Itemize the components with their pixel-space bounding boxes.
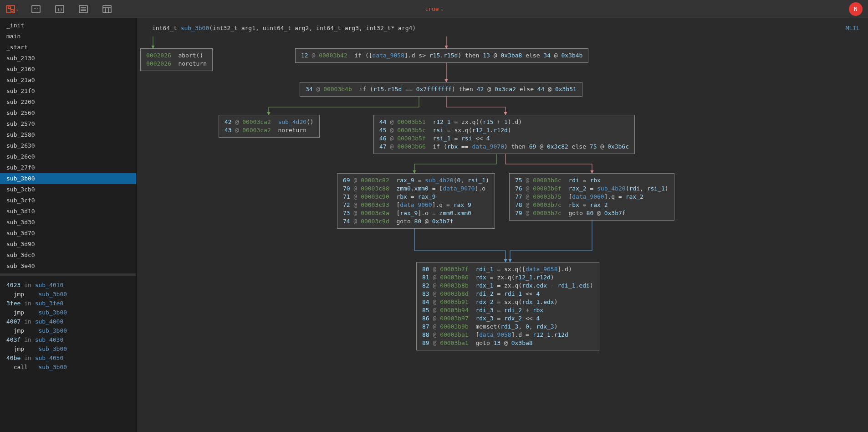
xref-panel[interactable]: 4023 in sub_4010 jmp sub_3b003fee in sub… [0,273,136,432]
function-item[interactable]: main [0,31,136,42]
xref-instruction[interactable]: jmp sub_3b00 [6,290,130,299]
svg-rect-2 [11,10,13,11]
cfg-block-44[interactable]: 44 @ 00003b51 r12_1 = zx.q((r15 + 1).d)4… [373,115,635,154]
function-item[interactable]: sub_3b00 [0,173,136,184]
function-item[interactable]: sub_21a0 [0,75,136,86]
function-item[interactable]: sub_2560 [0,108,136,118]
sidebar: _initmain_startsub_2130sub_2160sub_21a0s… [0,18,137,432]
function-list[interactable]: _initmain_startsub_2130sub_2160sub_21a0s… [0,18,136,273]
xref-instruction[interactable]: call sub_3b00 [6,363,130,372]
function-item[interactable]: _init [0,20,136,31]
function-item[interactable]: sub_21f0 [0,86,136,97]
avatar[interactable]: N [849,2,863,16]
function-item[interactable]: sub_3d70 [0,228,136,239]
cfg-edges [137,18,868,432]
function-item[interactable]: sub_3cb0 [0,184,136,195]
view-list-icon[interactable] [76,3,91,15]
cfg-block-75[interactable]: 75 @ 00003b6c rdi = rbx76 @ 00003b6f rax… [509,173,674,221]
view-linear-icon[interactable]: "" [28,3,44,15]
function-item[interactable]: sub_2580 [0,129,136,140]
svg-rect-11 [103,5,111,13]
xref-entry[interactable]: 403f in sub_4030 [6,335,130,345]
function-item[interactable]: sub_2160 [0,64,136,75]
view-table-icon[interactable] [99,3,115,15]
il-mode-label[interactable]: MLIL [846,25,860,31]
cfg-block-80[interactable]: 80 @ 00003b7f rdi_1 = sx.q([data_9058].d… [416,262,599,350]
function-item[interactable]: sub_2630 [0,140,136,151]
svg-text:"": "" [34,7,39,12]
xref-entry[interactable]: 4007 in sub_4000 [6,317,130,326]
function-signature: int64_t sub_3b00(int32_t arg1, uint64_t … [152,25,416,31]
function-item[interactable]: sub_26e0 [0,151,136,162]
xref-entry[interactable]: 4023 in sub_4010 [6,281,130,290]
view-menu-center[interactable]: true ⌄ [424,5,443,12]
function-item[interactable]: sub_2200 [0,97,136,108]
cfg-block-34[interactable]: 34 @ 00003b4b if (r15.r15d == 0x7fffffff… [300,82,582,97]
cfg-block-69[interactable]: 69 @ 00003c82 rax_9 = sub_4b20(0, rsi_1)… [337,173,495,229]
cfg-block-12[interactable]: 12 @ 00003b42 if ([data_9058].d s> r15.r… [295,48,588,63]
svg-text:{}: {} [57,7,62,12]
top-toolbar: ⌄ "" {} true ⌄ N [0,0,868,18]
function-item[interactable]: _start [0,42,136,53]
graph-view[interactable]: int64_t sub_3b00(int32_t arg1, uint64_t … [137,18,868,432]
function-item[interactable]: sub_2130 [0,53,136,64]
view-braces-icon[interactable]: {} [52,3,67,15]
cfg-block-abort[interactable]: 0002026 abort()0002026 noreturn [140,48,213,71]
function-item[interactable]: sub_3d10 [0,206,136,217]
xref-entry[interactable]: 40be in sub_4050 [6,354,130,363]
xref-instruction[interactable]: jmp sub_3b00 [6,308,130,317]
function-item[interactable]: sub_3e40 [0,261,136,272]
view-graph-icon[interactable]: ⌄ [5,3,20,15]
function-item[interactable]: sub_2570 [0,118,136,129]
function-item[interactable]: sub_3d30 [0,217,136,228]
function-item[interactable]: sub_3dc0 [0,250,136,261]
avatar-letter: N [854,5,858,12]
xref-instruction[interactable]: jmp sub_3b00 [6,326,130,335]
chevron-down-icon: ⌄ [441,6,444,11]
xref-entry[interactable]: 3fee in sub_3fe0 [6,299,130,308]
function-item[interactable]: sub_27f0 [0,162,136,173]
svg-rect-1 [8,7,10,9]
view-menu-label: true [424,5,439,12]
function-item[interactable]: sub_3d90 [0,239,136,250]
function-item[interactable]: sub_3cf0 [0,195,136,206]
main-area: _initmain_startsub_2130sub_2160sub_21a0s… [0,18,868,432]
cfg-block-42[interactable]: 42 @ 00003ca2 sub_4d20()43 @ 00003ca2 no… [219,115,320,138]
xref-instruction[interactable]: jmp sub_3b00 [6,345,130,354]
